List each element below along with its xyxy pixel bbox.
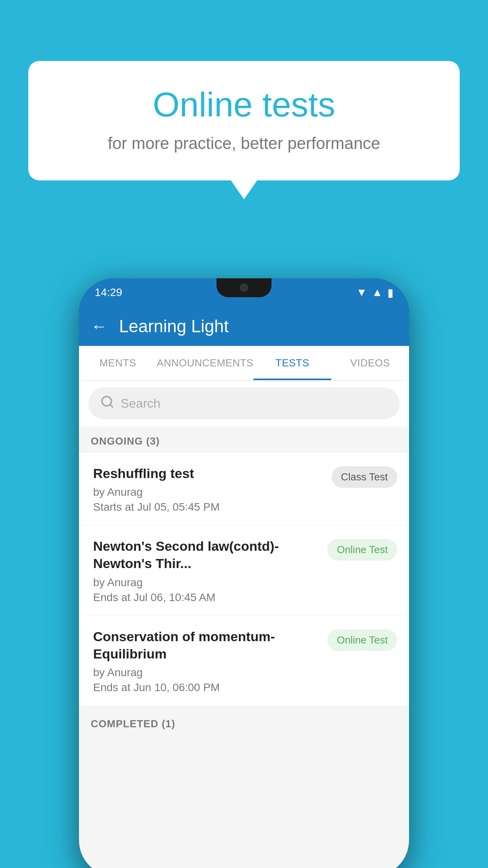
phone-notch xyxy=(216,278,272,297)
test-date-2: Ends at Jul 06, 10:45 AM xyxy=(93,591,319,604)
tab-tests[interactable]: TESTS xyxy=(253,346,331,380)
wifi-icon: ▼ xyxy=(356,286,367,299)
test-item-3[interactable]: Conservation of momentum-Equilibrium by … xyxy=(79,616,409,706)
search-input[interactable]: Search xyxy=(121,396,160,411)
test-badge-2: Online Test xyxy=(327,539,397,561)
test-author-3: by Anurag xyxy=(93,666,319,679)
bubble-title: Online tests xyxy=(60,85,428,125)
test-info-3: Conservation of momentum-Equilibrium by … xyxy=(93,628,327,694)
test-badge-1: Class Test xyxy=(332,466,397,488)
test-author-1: by Anurag xyxy=(93,486,324,498)
test-info-2: Newton's Second law(contd)-Newton's Thir… xyxy=(93,537,327,603)
test-title-1: Reshuffling test xyxy=(93,465,324,482)
tab-announcements[interactable]: ANNOUNCEMENTS xyxy=(157,346,253,380)
search-icon xyxy=(100,395,114,412)
search-bar[interactable]: Search xyxy=(88,388,400,419)
test-title-3: Conservation of momentum-Equilibrium xyxy=(93,628,319,662)
status-icons: ▼ ▲ ▮ xyxy=(356,286,393,299)
back-button[interactable]: ← xyxy=(91,317,107,336)
screen-content: Search ONGOING (3) Reshuffling test by A… xyxy=(79,381,409,868)
test-list: Reshuffling test by Anurag Starts at Jul… xyxy=(79,453,409,706)
signal-icon: ▲ xyxy=(372,286,383,299)
speech-bubble: Online tests for more practice, better p… xyxy=(28,61,460,180)
section-ongoing-header: ONGOING (3) xyxy=(79,427,409,453)
phone-frame: 14:29 ▼ ▲ ▮ ← Learning Light MENTS ANNOU… xyxy=(79,278,409,868)
test-title-2: Newton's Second law(contd)-Newton's Thir… xyxy=(93,537,319,572)
test-badge-3: Online Test xyxy=(327,629,397,651)
app-header: ← Learning Light xyxy=(79,307,409,346)
notch-camera xyxy=(240,283,248,292)
test-item-2[interactable]: Newton's Second law(contd)-Newton's Thir… xyxy=(79,526,409,616)
svg-line-1 xyxy=(110,405,113,407)
test-date-1: Starts at Jul 05, 05:45 PM xyxy=(93,501,324,513)
app-title: Learning Light xyxy=(119,316,229,336)
search-container: Search xyxy=(79,381,409,427)
test-author-2: by Anurag xyxy=(93,576,319,589)
tab-videos[interactable]: VIDEOS xyxy=(331,346,409,380)
bubble-subtitle: for more practice, better performance xyxy=(60,134,428,153)
status-bar: 14:29 ▼ ▲ ▮ xyxy=(79,278,409,307)
tab-ments[interactable]: MENTS xyxy=(79,346,157,380)
tab-bar: MENTS ANNOUNCEMENTS TESTS VIDEOS xyxy=(79,346,409,381)
section-completed-header: COMPLETED (1) xyxy=(79,709,409,736)
test-date-3: Ends at Jun 10, 06:00 PM xyxy=(93,681,319,694)
test-item-1[interactable]: Reshuffling test by Anurag Starts at Jul… xyxy=(79,453,409,526)
test-info-1: Reshuffling test by Anurag Starts at Jul… xyxy=(93,465,332,513)
speech-bubble-container: Online tests for more practice, better p… xyxy=(28,61,460,180)
status-time: 14:29 xyxy=(95,286,122,299)
battery-icon: ▮ xyxy=(387,286,393,299)
